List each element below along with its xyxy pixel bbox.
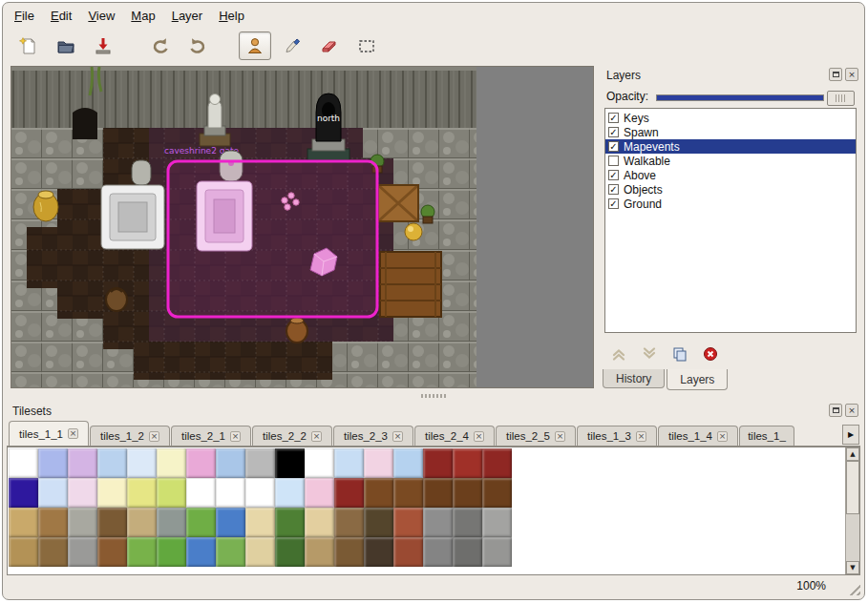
horizontal-splitter[interactable] [7,392,860,400]
layer-checkbox[interactable] [608,156,619,166]
tileset-tab[interactable]: tiles_1_3 × [577,426,657,446]
tile-cell[interactable] [275,537,305,567]
tile-cell[interactable] [305,448,334,478]
eraser-tool-button[interactable] [313,31,346,60]
opacity-slider-handle[interactable] [827,91,855,106]
tile-cell[interactable] [275,478,305,508]
delete-layer-button[interactable] [700,344,721,364]
map-canvas[interactable]: north caveshrine2 gate [11,66,594,388]
layer-checkbox[interactable]: ✓ [608,198,619,209]
tile-cell[interactable] [275,448,305,478]
duplicate-layer-button[interactable] [669,344,690,364]
tab-history[interactable]: History [603,369,665,388]
tab-close-icon[interactable]: × [717,431,728,442]
tile-cell[interactable] [38,508,68,537]
tile-cell[interactable] [9,478,38,508]
tile-cell[interactable] [216,478,245,508]
tileset-tab[interactable]: tiles_1_1 × [9,421,89,446]
layer-row-mapevents[interactable]: ✓ Mapevents [605,139,856,154]
layer-row-spawn[interactable]: ✓ Spawn [605,125,856,139]
tile-cell[interactable] [245,537,275,567]
tab-close-icon[interactable]: × [68,428,78,439]
tile-cell[interactable] [305,478,334,508]
layer-checkbox[interactable]: ✓ [608,113,619,123]
save-button[interactable] [87,31,119,60]
tile-cell[interactable] [275,508,305,537]
tile-cell[interactable] [68,478,97,508]
tab-close-icon[interactable]: × [636,431,646,442]
scroll-down-button[interactable]: ▼ [846,561,859,574]
brush-tool-button[interactable] [276,31,308,60]
layer-checkbox[interactable]: ✓ [608,170,619,180]
tile-cell[interactable] [482,478,512,508]
menu-file[interactable]: File [14,9,34,23]
tile-cell[interactable] [127,478,157,508]
undo-button[interactable] [144,31,177,60]
layer-row-above[interactable]: ✓ Above [605,168,856,182]
tile-cell[interactable] [453,537,482,567]
tile-cell[interactable] [127,537,157,567]
tileset-tab[interactable]: tiles_1_4 × [658,426,738,446]
selection-rectangle[interactable] [168,161,377,317]
tab-close-icon[interactable]: × [311,431,322,442]
tile-cell[interactable] [334,508,364,537]
tile-cell[interactable] [364,448,393,478]
layer-checkbox[interactable]: ✓ [608,127,619,137]
tile-cell[interactable] [423,508,453,537]
layer-checkbox[interactable]: ✓ [608,141,619,152]
tileset-scrollbar[interactable]: ▲ ▼ [845,447,859,574]
layer-row-keys[interactable]: ✓ Keys [605,111,856,125]
tileset-tab[interactable]: tiles_1_2 × [90,426,170,446]
tile-cell[interactable] [364,508,393,537]
stamp-tool-button[interactable] [239,31,271,60]
tile-cell[interactable] [9,448,38,478]
open-button[interactable] [50,31,82,60]
menu-view[interactable]: View [88,9,115,23]
tileset-tab[interactable]: tiles_2_4 × [414,426,495,446]
redo-button[interactable] [181,31,214,60]
layer-row-objects[interactable]: ✓ Objects [605,182,856,197]
tile-cell[interactable] [68,537,97,567]
tile-cell[interactable] [305,508,334,537]
tile-cell[interactable] [216,537,245,567]
menu-edit[interactable]: Edit [51,9,72,23]
tab-close-icon[interactable]: × [392,431,403,442]
tile-cell[interactable] [305,537,334,567]
tab-layers[interactable]: Layers [667,369,728,390]
tile-cell[interactable] [423,448,453,478]
float-panel-button[interactable] [829,68,842,81]
tile-cell[interactable] [38,448,68,478]
tile-cell[interactable] [127,508,157,537]
select-tool-button[interactable] [350,31,383,60]
tile-cell[interactable] [245,508,275,537]
tile-cell[interactable] [245,448,275,478]
tile-cell[interactable] [9,537,38,567]
tileset-tab[interactable]: tiles_2_3 × [333,426,413,446]
tile-cell[interactable] [423,537,453,567]
tile-cell[interactable] [186,537,216,567]
tileset-tab[interactable]: tiles_2_1 × [171,426,251,446]
tile-cell[interactable] [9,508,38,537]
menu-map[interactable]: Map [131,9,155,23]
layer-checkbox[interactable]: ✓ [608,184,619,195]
layer-row-ground[interactable]: ✓ Ground [605,197,856,211]
tile-cell[interactable] [127,448,157,478]
tab-scroll-right-button[interactable]: ▶ [842,425,859,445]
tile-cell[interactable] [423,478,453,508]
lower-layer-button[interactable] [639,344,660,364]
scrollbar-thumb[interactable] [846,461,859,514]
tileset-tab[interactable]: tiles_1_ [739,426,794,446]
tile-cell[interactable] [453,508,482,537]
tile-cell[interactable] [393,537,423,567]
tile-cell[interactable] [482,537,512,567]
tile-cell[interactable] [482,508,512,537]
tab-close-icon[interactable]: × [474,431,484,442]
new-file-button[interactable] [12,31,45,60]
tile-cell[interactable] [157,478,186,508]
tile-cell[interactable] [482,448,512,478]
tile-cell[interactable] [68,508,97,537]
float-panel-button[interactable] [829,404,842,417]
tile-cell[interactable] [393,478,423,508]
tile-cell[interactable] [453,448,482,478]
tile-cell[interactable] [453,478,482,508]
